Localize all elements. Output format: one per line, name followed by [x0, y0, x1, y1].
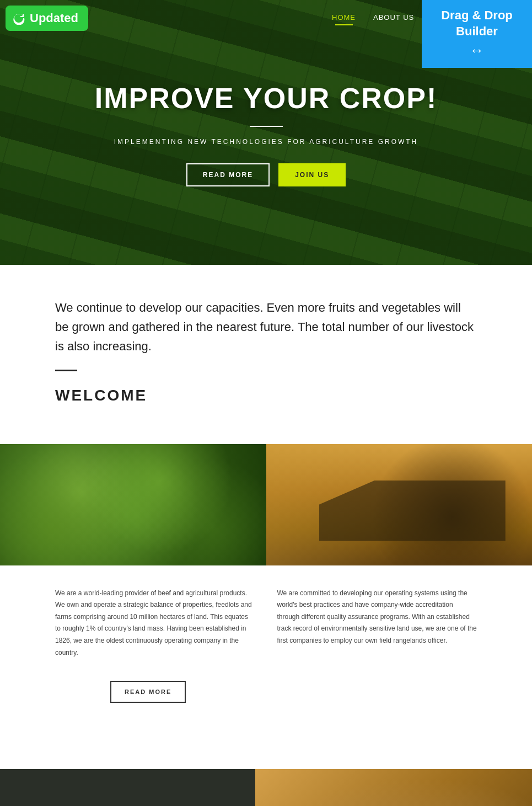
about-body-text: We continue to develop our capacities. E…: [55, 298, 477, 356]
refresh-icon: [12, 12, 25, 25]
join-us-button[interactable]: JOIN US: [278, 163, 346, 186]
hero-buttons: READ MORE JOIN US: [0, 163, 532, 186]
hops-image: [0, 444, 266, 565]
read-more-hero-button[interactable]: READ MORE: [186, 163, 270, 186]
hero-title: IMPROVE YOUR CROP!: [0, 82, 532, 115]
nav-item-home[interactable]: HOME: [332, 12, 356, 25]
col-left-text: We are a world-leading provider of beef …: [55, 588, 255, 659]
nav-item-about[interactable]: ABOUT US: [373, 12, 414, 25]
bottom-right-inner: [255, 769, 532, 806]
read-more-button[interactable]: READ MORE: [110, 681, 186, 703]
nav-link-home[interactable]: HOME: [332, 13, 356, 22]
hero-subtitle: IMPLEMENTING NEW TECHNOLOGIES FOR AGRICU…: [0, 138, 532, 146]
dragdrop-line2: Builder: [435, 24, 519, 40]
about-divider: [55, 370, 77, 371]
bottom-right-image: [255, 769, 532, 806]
welcome-title: WELCOME: [55, 387, 477, 404]
updated-badge: Updated: [6, 6, 88, 31]
bottom-section: Recommendations to minimize the effects …: [0, 769, 532, 806]
nav-link-about[interactable]: ABOUT US: [373, 13, 414, 22]
about-section: We continue to develop our capacities. E…: [0, 265, 532, 444]
image-row: [0, 444, 532, 565]
harvester-image: [266, 444, 533, 565]
bottom-left: Recommendations to minimize the effects …: [0, 769, 255, 806]
col-right-text: We are committed to developing our opera…: [277, 588, 477, 659]
move-icon: ↔: [435, 41, 519, 60]
two-col-section: We are a world-leading provider of beef …: [0, 565, 532, 670]
harvester-image-inner: [266, 444, 533, 565]
dragdrop-badge: Drag & Drop Builder ↔: [422, 0, 532, 68]
nav-underline: [335, 24, 353, 25]
hops-image-inner: [0, 444, 266, 565]
dragdrop-line1: Drag & Drop: [435, 8, 519, 24]
hero-divider: [250, 126, 283, 127]
read-more-wrapper: READ MORE: [0, 670, 532, 769]
